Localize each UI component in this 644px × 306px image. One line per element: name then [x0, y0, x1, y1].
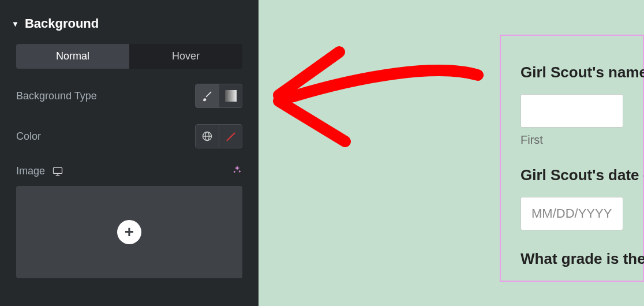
background-type-buttons: Classic	[195, 84, 242, 108]
add-image-button[interactable]: +	[117, 220, 141, 244]
no-color-icon	[224, 129, 238, 143]
image-label: Image	[16, 165, 45, 177]
style-panel: ▼ Background Normal Hover Background Typ…	[0, 0, 259, 306]
dob-placeholder: MM/DD/YYYY	[531, 206, 612, 221]
form-preview: Girl Scout's name * First Girl Scout's d…	[500, 35, 644, 282]
image-row: Image	[12, 165, 247, 178]
section-title: Background	[25, 16, 99, 31]
background-type-label: Background Type	[16, 90, 97, 102]
color-controls	[195, 124, 242, 148]
color-row: Color	[12, 124, 247, 148]
name-field-label: Girl Scout's name *	[521, 64, 623, 81]
tab-normal[interactable]: Normal	[16, 44, 129, 69]
first-name-sublabel: First	[521, 133, 623, 147]
dynamic-tags-icon[interactable]	[232, 165, 242, 178]
background-type-row: Background Type Classic	[12, 84, 247, 108]
color-global-button[interactable]	[196, 125, 219, 148]
desktop-icon[interactable]	[52, 166, 63, 177]
bg-type-classic-button[interactable]: Classic	[196, 84, 219, 107]
plus-icon: +	[125, 223, 134, 241]
image-dropzone[interactable]: +	[16, 186, 242, 278]
color-label: Color	[16, 130, 41, 143]
gradient-icon	[225, 90, 237, 102]
dob-field-label: Girl Scout's date of b	[521, 166, 623, 184]
caret-down-icon: ▼	[12, 20, 19, 28]
brush-icon	[201, 90, 213, 102]
dob-input[interactable]: MM/DD/YYYY	[521, 197, 623, 230]
annotation-arrow-icon	[270, 35, 489, 162]
globe-icon	[201, 130, 213, 142]
svg-rect-3	[54, 167, 62, 173]
color-swatch-button[interactable]	[219, 125, 242, 148]
bg-type-gradient-button[interactable]	[219, 84, 242, 107]
first-name-input[interactable]	[521, 94, 623, 128]
state-tabs: Normal Hover	[16, 44, 242, 69]
tab-hover[interactable]: Hover	[129, 44, 242, 69]
section-header-background[interactable]: ▼ Background	[12, 16, 247, 31]
preview-canvas: Girl Scout's name * First Girl Scout's d…	[259, 0, 644, 306]
grade-field-label: What grade is the Gir	[521, 250, 623, 268]
